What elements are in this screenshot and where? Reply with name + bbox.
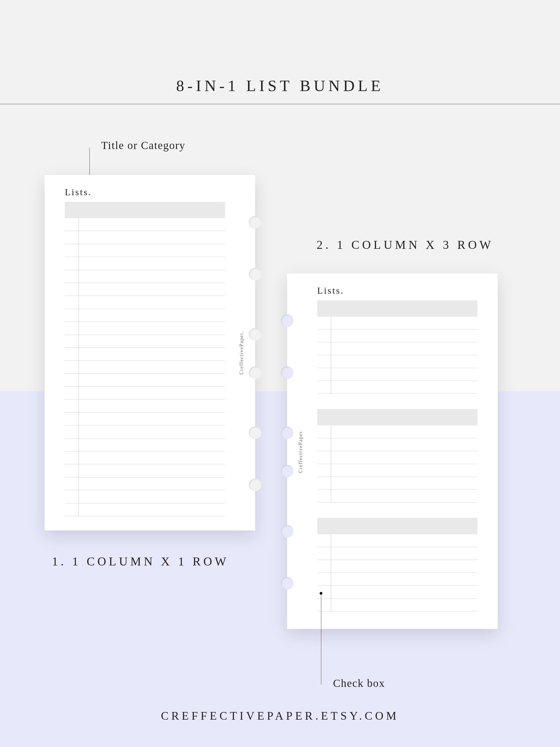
card1-line [65,413,225,426]
card1-line [65,348,225,361]
hole-icon [249,479,261,491]
hole-icon [281,525,294,538]
card1-line [65,296,225,309]
card1-inner: Lists. [65,187,225,518]
card2-line [317,438,478,451]
card1-line [65,452,225,464]
card1-label: 1. 1 COLUMN X 1 ROW [52,555,229,568]
card1-header: Lists. [65,187,225,198]
card1-line [65,426,225,438]
card1-lines [65,218,225,516]
card2-line [317,330,478,342]
card1-line [65,244,225,257]
card1-title-bar [65,202,225,218]
brand-text-card2: CreffectivePaper. [298,430,304,473]
callout-dot-checkbox [320,592,322,595]
card1-line [65,309,225,322]
hole-icon [249,366,261,379]
hole-icon [249,216,261,229]
card2-header: Lists. [317,285,478,296]
card2-line [317,586,478,598]
card1-line [65,387,225,400]
card2-title-bar [317,300,478,317]
card2-line [317,451,478,464]
card1-line [65,335,225,348]
hole-icon [249,328,261,341]
callout-line-checkbox [321,593,321,685]
card2-line [317,464,478,477]
card1-line [65,464,225,477]
hole-icon [281,314,294,327]
card2-line [317,355,478,368]
card1-line [65,490,225,503]
card2-line [317,490,478,503]
card2-line [317,560,478,573]
callout-checkbox-label: Check box [333,677,385,690]
hole-icon [281,427,294,439]
card2-lines [317,317,478,394]
brand-text-card1: CreffectivePaper. [239,331,245,375]
callout-title-label: Title or Category [101,139,185,152]
card2-section [317,300,478,394]
card2-line [317,368,478,381]
hole-icon [249,268,261,281]
card1-line [65,439,225,452]
card-1: Lists. CreffectivePaper. [45,175,255,531]
card1-line [65,283,225,296]
card2-line [317,426,478,438]
card-2: Lists. CreffectivePaper. [287,274,498,629]
card1-line [65,374,225,387]
card2-line [317,477,478,490]
card2-line [317,573,478,586]
card2-line [317,317,478,330]
card2-line [317,547,478,560]
hole-icon [281,577,294,590]
card2-lines [317,426,478,503]
hole-icon [281,465,294,478]
card1-line [65,400,225,412]
card2-line [317,342,478,355]
card2-title-bar [317,409,478,426]
card2-section [317,409,478,503]
card2-section [317,518,478,611]
card1-line [65,257,225,270]
hole-icon [281,366,294,379]
hole-icon [249,427,261,439]
footer-url: CREFFECTIVEPAPER.ETSY.COM [0,709,560,722]
card1-line [65,361,225,374]
card2-label: 2. 1 COLUMN X 3 ROW [316,238,493,252]
card1-line [65,231,225,244]
card1-line [65,218,225,231]
card2-inner: Lists. [317,285,478,617]
card2-lines [317,534,478,611]
page-title: 8-IN-1 LIST BUNDLE [0,77,560,95]
card1-line [65,270,225,283]
card1-line [65,322,225,335]
card2-line [317,534,478,547]
card2-title-bar [317,518,478,534]
card1-line [65,504,225,516]
card1-vertical-line [78,218,79,516]
card2-line [317,598,478,611]
card1-line [65,478,225,490]
card2-line [317,381,478,394]
